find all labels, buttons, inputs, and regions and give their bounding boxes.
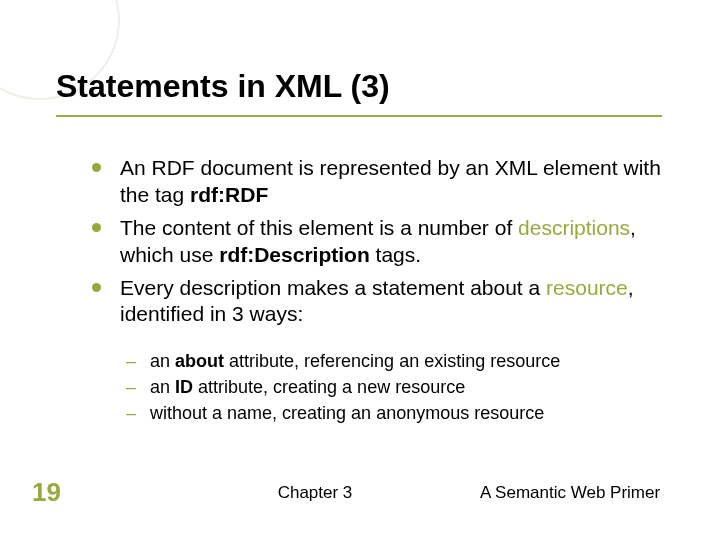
text: The content of this element is a number … [120,216,518,239]
text: an [150,377,175,397]
bold-text: ID [175,377,193,397]
slide-footer: 19 Chapter 3 A Semantic Web Primer [0,477,720,508]
text: tags. [370,243,421,266]
text: an [150,351,175,371]
sub-bullet-item: without a name, creating an anonymous re… [126,402,664,426]
slide-title: Statements in XML (3) [56,68,664,105]
text: without a name, creating an anonymous re… [150,403,544,423]
slide-number: 19 [0,477,90,508]
bullet-item: An RDF document is represented by an XML… [92,155,664,209]
bullet-list-level1: An RDF document is represented by an XML… [56,155,664,328]
bold-text: rdf:Description [219,243,370,266]
bold-text: about [175,351,224,371]
highlight-text: resource [546,276,628,299]
footer-center-text: Chapter 3 [90,483,480,503]
slide: Statements in XML (3) An RDF document is… [0,0,720,540]
text: attribute, referencing an existing resou… [224,351,560,371]
bullet-list-level2: an about attribute, referencing an exist… [56,350,664,425]
sub-bullet-item: an about attribute, referencing an exist… [126,350,664,374]
bullet-item: The content of this element is a number … [92,215,664,269]
sub-bullet-item: an ID attribute, creating a new resource [126,376,664,400]
text: attribute, creating a new resource [193,377,465,397]
bold-text: rdf:RDF [190,183,268,206]
bullet-item: Every description makes a statement abou… [92,275,664,329]
footer-right-text: A Semantic Web Primer [480,483,720,503]
title-underline [56,115,662,117]
text: Every description makes a statement abou… [120,276,546,299]
highlight-text: descriptions [518,216,630,239]
